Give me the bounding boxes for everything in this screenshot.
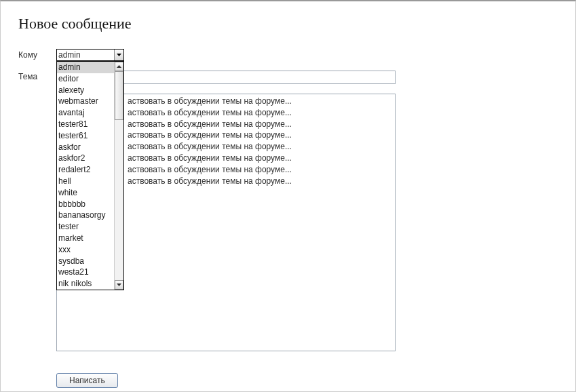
recipient-dropdown: admin editor alexety webmaster avantaj t…	[56, 61, 124, 290]
recipient-select-value: admin	[57, 50, 114, 60]
scroll-thumb[interactable]	[115, 71, 123, 120]
recipient-option[interactable]: tester61	[57, 130, 114, 142]
recipient-option[interactable]: avantaj	[57, 107, 114, 119]
chevron-down-icon[interactable]	[114, 50, 123, 60]
recipient-option[interactable]: market	[57, 233, 114, 244]
svg-marker-2	[117, 283, 121, 286]
subject-label: Тема	[18, 71, 56, 81]
dropdown-scrollbar[interactable]	[114, 62, 123, 290]
recipient-option[interactable]: webmaster	[57, 96, 114, 107]
recipient-option[interactable]: redalert2	[57, 164, 114, 176]
recipient-select[interactable]: admin	[56, 49, 124, 61]
scroll-up-icon[interactable]	[115, 62, 123, 71]
recipient-option[interactable]: sysdba	[57, 256, 114, 267]
page-title: Новое сообщение	[18, 15, 558, 33]
recipient-option[interactable]: editor	[57, 73, 114, 85]
svg-marker-0	[117, 54, 121, 56]
recipient-option[interactable]: xxx	[57, 244, 114, 256]
scroll-down-icon[interactable]	[115, 280, 123, 290]
submit-button[interactable]: Написать	[56, 373, 118, 388]
recipient-option[interactable]: white	[57, 187, 114, 199]
to-label: Кому	[18, 49, 56, 60]
svg-marker-1	[117, 65, 121, 68]
recipient-option[interactable]: westa21	[57, 267, 114, 278]
recipient-option[interactable]: tester	[57, 221, 114, 233]
scroll-track[interactable]	[115, 71, 123, 280]
recipient-option[interactable]: bbbbbb	[57, 199, 114, 210]
recipient-row: Кому admin admin editor alexety webmaste…	[18, 49, 558, 61]
recipient-option[interactable]: askfor2	[57, 153, 114, 164]
recipient-option[interactable]: alexety	[57, 85, 114, 96]
recipient-option[interactable]: hell	[57, 176, 114, 187]
recipient-option[interactable]: tester81	[57, 119, 114, 130]
recipient-option[interactable]: askfor	[57, 142, 114, 153]
recipient-option[interactable]: admin	[57, 62, 114, 73]
recipient-option[interactable]: bananasorgy	[57, 210, 114, 221]
recipient-option-list: admin editor alexety webmaster avantaj t…	[57, 62, 114, 290]
recipient-option[interactable]: nik nikols	[57, 278, 114, 290]
